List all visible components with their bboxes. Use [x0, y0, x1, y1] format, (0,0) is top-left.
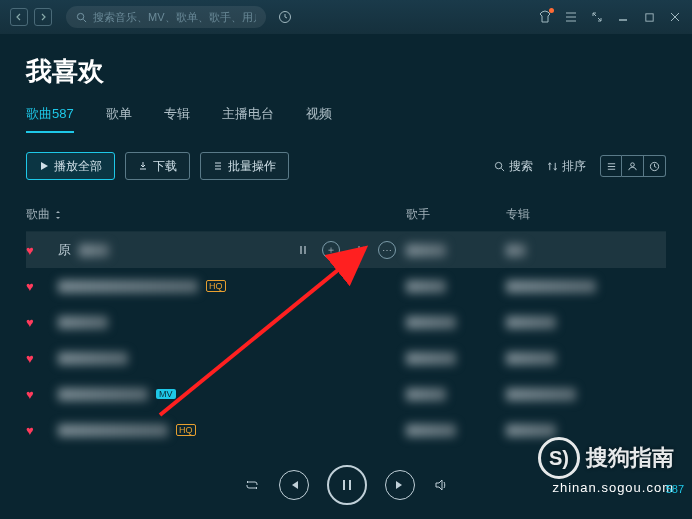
toolbar-sort-button[interactable]: 排序	[547, 158, 586, 175]
toolbar-search-label: 搜索	[509, 158, 533, 175]
svg-point-7	[631, 162, 635, 166]
tab-playlists[interactable]: 歌单	[106, 105, 132, 133]
svg-point-0	[77, 13, 83, 19]
watermark-url: zhinan.sogou.com	[552, 480, 674, 495]
table-header: 歌曲 歌手 专辑	[26, 198, 666, 232]
add-icon[interactable]: ＋	[322, 241, 340, 259]
hq-badge: HQ	[206, 280, 226, 292]
watermark-logo-icon: S)	[538, 437, 580, 479]
play-icon	[39, 161, 49, 171]
sort-indicator-icon	[54, 210, 62, 220]
history-icon[interactable]	[278, 10, 292, 24]
page-title: 我喜欢	[26, 54, 666, 89]
batch-label: 批量操作	[228, 158, 276, 175]
svg-line-6	[501, 168, 504, 171]
favorite-icon[interactable]: ♥	[26, 387, 44, 402]
svg-point-5	[495, 162, 501, 168]
table-row[interactable]: ♥MV	[26, 376, 666, 412]
prev-track-button[interactable]	[279, 470, 309, 500]
download-label: 下载	[153, 158, 177, 175]
mini-mode-icon[interactable]	[590, 10, 604, 24]
volume-icon[interactable]	[433, 477, 449, 493]
close-icon[interactable]	[668, 10, 682, 24]
table-row[interactable]: ♥	[26, 340, 666, 376]
play-pause-button[interactable]	[327, 465, 367, 505]
favorite-icon[interactable]: ♥	[26, 351, 44, 366]
list-icon	[213, 161, 223, 171]
mv-badge: MV	[156, 389, 176, 399]
play-all-button[interactable]: 播放全部	[26, 152, 115, 180]
song-name: 原	[58, 241, 71, 259]
content: 我喜欢 歌曲587 歌单 专辑 主播电台 视频 播放全部 下载 批量操作 搜索	[0, 34, 692, 448]
svg-rect-4	[645, 13, 652, 20]
column-artist[interactable]: 歌手	[406, 206, 506, 223]
titlebar	[0, 0, 692, 34]
watermark-count: 587	[666, 483, 684, 495]
next-track-button[interactable]	[385, 470, 415, 500]
table-row[interactable]: ♥ 原 ＋ ⋯	[26, 232, 666, 268]
search-input[interactable]	[93, 11, 256, 23]
view-list-button[interactable]	[600, 155, 622, 177]
nav-forward-button[interactable]	[34, 8, 52, 26]
minimize-icon[interactable]	[616, 10, 630, 24]
play-all-label: 播放全部	[54, 158, 102, 175]
view-time-button[interactable]	[644, 155, 666, 177]
watermark: S) 搜狗指南	[538, 437, 674, 479]
search-icon	[494, 161, 505, 172]
favorite-icon[interactable]: ♥	[26, 243, 44, 258]
search-icon	[76, 12, 87, 23]
batch-button[interactable]: 批量操作	[200, 152, 289, 180]
toolbar: 播放全部 下载 批量操作 搜索 排序	[26, 152, 666, 180]
column-song[interactable]: 歌曲	[26, 206, 406, 223]
view-user-button[interactable]	[622, 155, 644, 177]
view-mode-group	[600, 155, 666, 177]
favorite-icon[interactable]: ♥	[26, 315, 44, 330]
favorite-icon[interactable]: ♥	[26, 423, 44, 438]
table-row[interactable]: ♥HQ	[26, 268, 666, 304]
watermark-brand: 搜狗指南	[586, 443, 674, 473]
pause-icon[interactable]	[294, 241, 312, 259]
more-icon[interactable]: ⋯	[378, 241, 396, 259]
maximize-icon[interactable]	[642, 10, 656, 24]
tab-songs[interactable]: 歌曲587	[26, 105, 74, 133]
column-album[interactable]: 专辑	[506, 206, 666, 223]
toolbar-sort-label: 排序	[562, 158, 586, 175]
toolbar-search-button[interactable]: 搜索	[494, 158, 533, 175]
favorite-icon[interactable]: ♥	[26, 279, 44, 294]
svg-line-1	[83, 19, 86, 22]
nav-back-button[interactable]	[10, 8, 28, 26]
download-button[interactable]: 下载	[125, 152, 190, 180]
download-icon	[138, 161, 148, 171]
search-box[interactable]	[66, 6, 266, 28]
skin-icon[interactable]	[538, 10, 552, 24]
sort-icon	[547, 161, 558, 172]
row-actions: ＋ ⋯	[294, 241, 396, 259]
loop-icon[interactable]	[243, 476, 261, 494]
download-row-icon[interactable]	[350, 241, 368, 259]
menu-icon[interactable]	[564, 10, 578, 24]
hq-badge: HQ	[176, 424, 196, 436]
tabs: 歌曲587 歌单 专辑 主播电台 视频	[26, 105, 666, 134]
table-row[interactable]: ♥	[26, 304, 666, 340]
tab-video[interactable]: 视频	[306, 105, 332, 133]
tab-albums[interactable]: 专辑	[164, 105, 190, 133]
tab-radio[interactable]: 主播电台	[222, 105, 274, 133]
table-rows: ♥ 原 ＋ ⋯ ♥HQ	[26, 232, 666, 448]
